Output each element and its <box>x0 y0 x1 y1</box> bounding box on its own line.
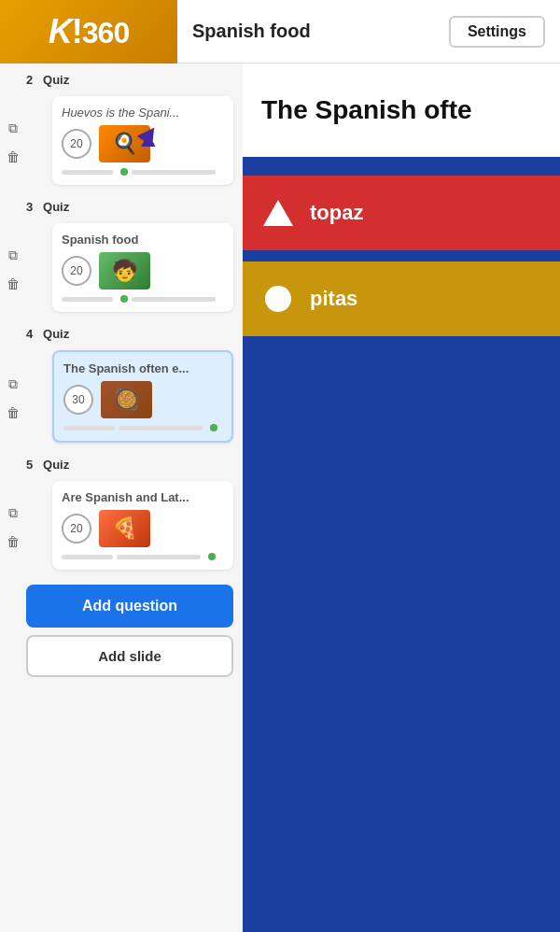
sidebar: 2 Quiz ⧉ 🗑 Huevos is the Spani... 20 🍳 ▲ <box>0 64 243 932</box>
quiz-points-4: 30 <box>63 385 93 415</box>
add-buttons-area: Add question Add slide <box>0 575 243 681</box>
dot-2 <box>120 168 128 176</box>
main-layout: 2 Quiz ⧉ 🗑 Huevos is the Spani... 20 🍳 ▲ <box>0 64 560 932</box>
answer-option-2: pitas <box>243 261 560 336</box>
quiz-card-5-title: Are Spanish and Lat... <box>62 490 224 504</box>
quiz-item-row-2: ⧉ 🗑 Huevos is the Spani... 20 🍳 ▲ <box>0 91 243 191</box>
add-slide-button[interactable]: Add slide <box>26 635 233 677</box>
quiz-card-4[interactable]: The Spanish often e... 30 🥘 <box>52 350 233 443</box>
section-header-4: 4 Quiz <box>26 327 233 341</box>
dot-3 <box>120 295 128 303</box>
quiz-card-2[interactable]: Huevos is the Spani... 20 🍳 ▲ <box>52 96 233 185</box>
preview-question-text: The Spanish ofte <box>261 95 472 125</box>
circle-shape-icon <box>261 282 295 316</box>
dot-4 <box>210 424 217 431</box>
quiz-points-3: 20 <box>62 256 91 286</box>
quiz-card-3-title: Spanish food <box>62 233 224 247</box>
delete-icon-2[interactable]: 🗑 <box>2 146 24 168</box>
copy-icon-3[interactable]: ⧉ <box>2 245 24 267</box>
quiz-item-row-4: ⧉ 🗑 The Spanish often e... 30 🥘 <box>0 345 243 448</box>
section-header-5: 5 Quiz <box>26 458 233 472</box>
quiz-card-4-meta: 30 🥘 <box>63 381 222 418</box>
quiz-card-4-title: The Spanish often e... <box>63 361 222 375</box>
bar-3-2 <box>132 297 216 302</box>
delete-icon-5[interactable]: 🗑 <box>2 530 24 553</box>
answer-label-2: pitas <box>310 287 357 311</box>
quiz-card-3[interactable]: Spanish food 20 🧒 <box>52 223 233 312</box>
quiz-item-row-3: ⧉ 🗑 Spanish food 20 🧒 <box>0 218 243 318</box>
item-left-icons-2: ⧉ 🗑 <box>0 114 26 168</box>
delete-icon-4[interactable]: 🗑 <box>2 402 24 424</box>
quiz-bars-2 <box>62 168 224 176</box>
item-left-icons-3: ⧉ 🗑 <box>0 241 26 295</box>
bar-2-1 <box>62 170 113 175</box>
add-question-button[interactable]: Add question <box>26 585 233 628</box>
quiz-bars-5 <box>62 553 224 560</box>
dot-5 <box>208 553 216 560</box>
quiz-card-5[interactable]: Are Spanish and Lat... 20 🍕 <box>52 481 233 570</box>
quiz-card-2-meta: 20 🍳 ▲ <box>62 125 224 162</box>
item-left-icons-4: ⧉ 🗑 <box>0 370 26 424</box>
bar-5-2 <box>117 555 201 559</box>
quiz-bars-3 <box>62 295 224 303</box>
bar-4-2 <box>119 426 203 431</box>
bar-4-1 <box>63 426 115 431</box>
quiz-points-5: 20 <box>62 514 91 544</box>
quiz-thumb-5: 🍕 <box>99 510 150 547</box>
logo: K!360 <box>49 12 129 51</box>
bar-2-2 <box>132 170 216 175</box>
quiz-thumb-3: 🧒 <box>99 252 150 289</box>
quiz-card-5-meta: 20 🍕 <box>62 510 224 547</box>
preview-area: The Spanish ofte topaz pitas <box>243 64 560 932</box>
quiz-bars-4 <box>63 424 222 431</box>
quiz-thumb-2: 🍳 <box>99 125 150 162</box>
quiz-card-3-meta: 20 🧒 <box>62 252 224 289</box>
preview-answers: topaz pitas <box>243 157 560 932</box>
page-title: Spanish food <box>192 21 311 42</box>
triangle-shape-icon <box>261 196 295 230</box>
triangle-icon <box>263 200 293 226</box>
bar-5-1 <box>62 555 113 559</box>
preview-question: The Spanish ofte <box>243 64 560 157</box>
section-header-2: 2 Quiz <box>26 73 233 87</box>
settings-button[interactable]: Settings <box>449 16 545 48</box>
answer-option-1: topaz <box>243 176 560 250</box>
header-title-area: Spanish food Settings <box>177 16 560 48</box>
logo-area: K!360 <box>0 0 177 64</box>
copy-icon-5[interactable]: ⧉ <box>2 502 24 525</box>
section-header-3: 3 Quiz <box>26 200 233 214</box>
circle-icon <box>265 286 291 312</box>
quiz-thumb-4: 🥘 <box>101 381 152 418</box>
header: K!360 Spanish food Settings <box>0 0 560 64</box>
answer-label-1: topaz <box>310 201 363 225</box>
item-left-icons-5: ⧉ 🗑 <box>0 499 26 553</box>
delete-icon-3[interactable]: 🗑 <box>2 273 24 295</box>
quiz-card-2-title: Huevos is the Spani... <box>62 106 224 120</box>
quiz-item-row-5: ⧉ 🗑 Are Spanish and Lat... 20 🍕 <box>0 475 243 575</box>
copy-icon-4[interactable]: ⧉ <box>2 374 24 396</box>
bar-3-1 <box>62 297 113 302</box>
quiz-points-2: 20 <box>62 129 91 159</box>
copy-icon-2[interactable]: ⧉ <box>2 118 24 140</box>
